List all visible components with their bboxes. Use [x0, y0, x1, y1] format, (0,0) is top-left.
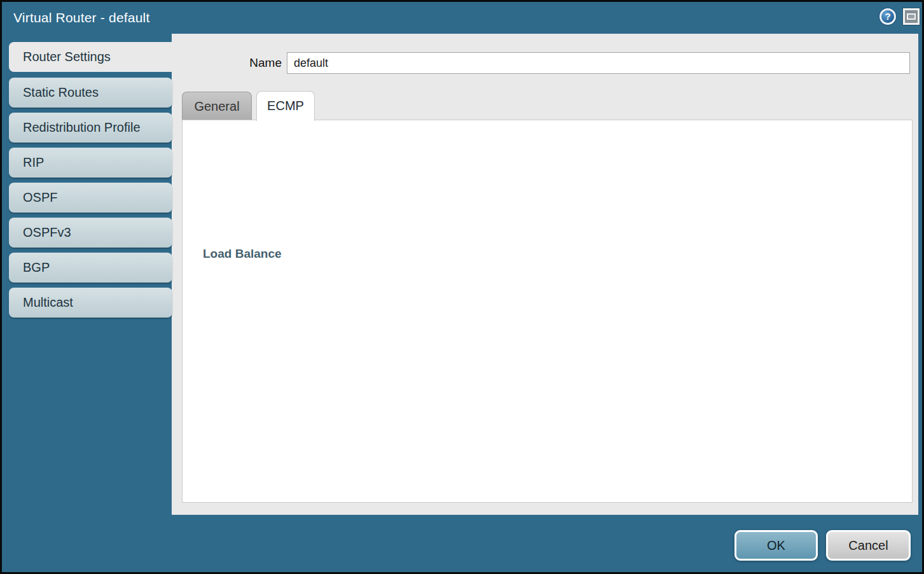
tab-ecmp[interactable]: ECMP [256, 91, 315, 121]
name-label: Name [193, 52, 282, 74]
ecmp-tab-panel [182, 120, 913, 503]
sidebar-item-ospfv3[interactable]: OSPFv3 [9, 218, 172, 248]
name-input[interactable] [287, 52, 910, 74]
window-icon[interactable] [903, 8, 920, 25]
tab-general[interactable]: General [182, 92, 252, 120]
ok-button[interactable]: OK [734, 530, 818, 561]
sidebar-item-redistribution-profile[interactable]: Redistribution Profile [9, 113, 172, 143]
dialog-title: Virtual Router - default [13, 10, 150, 25]
sidebar-item-multicast[interactable]: Multicast [9, 288, 172, 318]
sidebar-item-bgp[interactable]: BGP [9, 253, 172, 283]
help-icon[interactable]: ? [879, 8, 896, 25]
load-balance-legend: Load Balance [199, 247, 286, 261]
sidebar-item-router-settings[interactable]: Router Settings [9, 42, 177, 72]
window-icon-inner [907, 13, 916, 20]
sidebar-item-ospf[interactable]: OSPF [9, 183, 172, 213]
cancel-button[interactable]: Cancel [826, 530, 911, 561]
virtual-router-dialog: Virtual Router - default ? Router Settin… [0, 0, 924, 574]
sidebar-item-static-routes[interactable]: Static Routes [9, 78, 172, 108]
sidebar-item-rip[interactable]: RIP [9, 148, 172, 178]
